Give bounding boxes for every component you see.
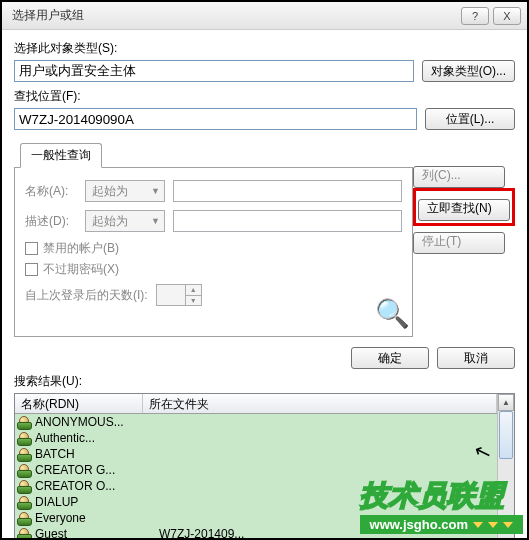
columns-button[interactable]: 列(C)... xyxy=(413,166,505,188)
cell-name: Guest xyxy=(35,527,159,540)
cell-name: Authentic... xyxy=(35,431,159,445)
table-row[interactable]: Authentic... xyxy=(15,430,497,446)
watermark-url: www.jsgho.com xyxy=(360,515,523,534)
name-label: 名称(A): xyxy=(25,183,85,200)
cancel-button[interactable]: 取消 xyxy=(437,347,515,369)
triangle-icon xyxy=(488,522,498,528)
lastlogin-label: 自上次登录后的天数(I): xyxy=(25,287,148,304)
cell-name: BATCH xyxy=(35,447,159,461)
search-icon: 🔍 xyxy=(375,297,410,330)
cell-name: CREATOR G... xyxy=(35,463,159,477)
user-icon xyxy=(17,527,33,540)
checkbox-icon xyxy=(25,263,38,276)
location-label: 查找位置(F): xyxy=(14,88,515,105)
chevron-down-icon: ▼ xyxy=(151,216,160,226)
query-tabs: 一般性查询 名称(A): 起始为▼ 描述(D): xyxy=(14,142,413,337)
name-input[interactable] xyxy=(173,180,402,202)
chevron-down-icon: ▼ xyxy=(151,186,160,196)
scroll-thumb[interactable] xyxy=(499,411,513,459)
table-row[interactable]: ANONYMOUS... xyxy=(15,414,497,430)
user-icon xyxy=(17,431,33,445)
days-spinner[interactable]: ▲▼ xyxy=(156,284,202,306)
cell-name: CREATOR O... xyxy=(35,479,159,493)
user-icon xyxy=(17,415,33,429)
window-title: 选择用户或组 xyxy=(12,7,457,24)
tab-general-query[interactable]: 一般性查询 xyxy=(20,143,102,168)
col-folder[interactable]: 所在文件夹 xyxy=(143,394,497,413)
stop-button[interactable]: 停止(T) xyxy=(413,232,505,254)
noexpire-password-checkbox[interactable]: 不过期密码(X) xyxy=(25,261,402,278)
cell-name: ANONYMOUS... xyxy=(35,415,159,429)
user-icon xyxy=(17,495,33,509)
desc-mode-combo[interactable]: 起始为▼ xyxy=(85,210,165,232)
help-button[interactable]: ? xyxy=(461,7,489,25)
checkbox-icon xyxy=(25,242,38,255)
side-buttons: 列(C)... 立即查找(N) 停止(T) xyxy=(413,160,515,254)
watermark: 技术员联盟 www.jsgho.com xyxy=(360,477,523,534)
table-row[interactable]: CREATOR G... xyxy=(15,462,497,478)
table-row[interactable]: BATCH xyxy=(15,446,497,462)
close-button[interactable]: X xyxy=(493,7,521,25)
find-now-button[interactable]: 立即查找(N) xyxy=(418,199,510,221)
user-icon xyxy=(17,511,33,525)
titlebar: 选择用户或组 ? X xyxy=(2,2,527,30)
disabled-accounts-checkbox[interactable]: 禁用的帐户(B) xyxy=(25,240,402,257)
dialog-content: 选择此对象类型(S): 对象类型(O)... 查找位置(F): 位置(L)...… xyxy=(2,30,527,540)
watermark-text: 技术员联盟 xyxy=(360,477,523,515)
location-button[interactable]: 位置(L)... xyxy=(425,108,515,130)
scroll-up-button[interactable]: ▲ xyxy=(498,394,514,411)
tab-panel: 名称(A): 起始为▼ 描述(D): 起始为▼ xyxy=(14,167,413,337)
findnow-highlight: 立即查找(N) xyxy=(413,188,515,226)
chevron-down-icon: ▼ xyxy=(185,296,201,306)
cell-name: DIALUP xyxy=(35,495,159,509)
object-type-field[interactable] xyxy=(14,60,414,82)
col-name[interactable]: 名称(RDN) xyxy=(15,394,143,413)
user-icon xyxy=(17,447,33,461)
ok-button[interactable]: 确定 xyxy=(351,347,429,369)
object-type-button[interactable]: 对象类型(O)... xyxy=(422,60,515,82)
object-type-label: 选择此对象类型(S): xyxy=(14,40,515,57)
desc-input[interactable] xyxy=(173,210,402,232)
desc-label: 描述(D): xyxy=(25,213,85,230)
triangle-icon xyxy=(503,522,513,528)
name-mode-combo[interactable]: 起始为▼ xyxy=(85,180,165,202)
grid-header: 名称(RDN) 所在文件夹 xyxy=(15,394,497,414)
chevron-up-icon: ▲ xyxy=(185,285,201,296)
user-icon xyxy=(17,479,33,493)
cell-name: Everyone xyxy=(35,511,159,525)
results-label: 搜索结果(U): xyxy=(14,373,515,390)
user-icon xyxy=(17,463,33,477)
location-field[interactable] xyxy=(14,108,417,130)
triangle-icon xyxy=(473,522,483,528)
